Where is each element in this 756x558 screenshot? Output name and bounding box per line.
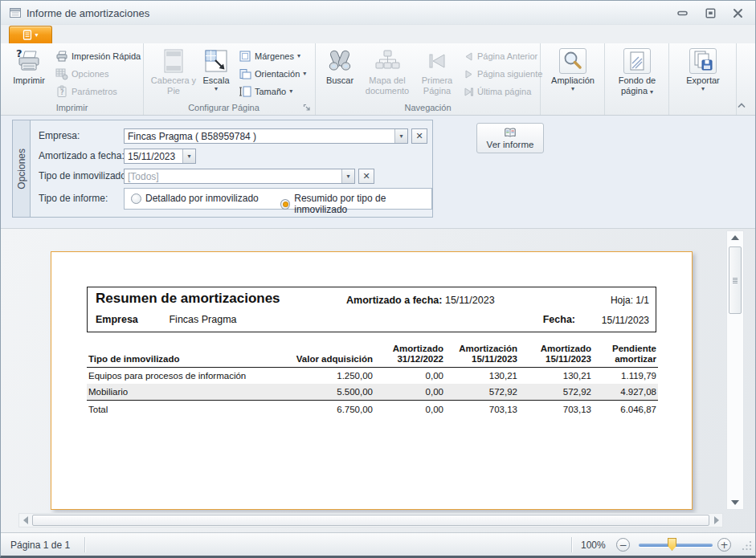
empresa-combo[interactable]: Fincas Pragma ( B58959784 ) ▾ bbox=[124, 128, 408, 144]
scroll-right-icon[interactable] bbox=[710, 514, 722, 527]
print-label: Imprimir bbox=[13, 75, 45, 85]
radio-detallado[interactable]: Detallado por inmovilizado bbox=[131, 193, 259, 204]
ribbon-group-configurar-pagina: Cabecera y Pie Escala ▾ bbox=[144, 43, 316, 115]
previous-page-label: Página Anterior bbox=[477, 51, 537, 61]
page-indicator: Página 1 de 1 bbox=[10, 540, 70, 551]
amortizado-dropdown-button[interactable]: ▾ bbox=[182, 149, 195, 163]
view-report-label: Ver informe bbox=[487, 140, 534, 149]
chevron-down-icon: ▾ bbox=[35, 31, 38, 39]
col-tipo-inmovilizado: Tipo de inmovilizado bbox=[87, 343, 292, 368]
document-menu-icon bbox=[22, 30, 32, 40]
amortization-table: Tipo de inmovilizado Valor adquisición A… bbox=[87, 343, 658, 417]
status-bar: Página 1 de 1 100% − + bbox=[1, 532, 755, 556]
scroll-up-icon[interactable] bbox=[727, 231, 743, 244]
next-page-button: Página siguiente bbox=[464, 66, 542, 82]
tipo-inmovilizado-clear-button[interactable]: ✕ bbox=[358, 169, 374, 184]
application-menu-tab[interactable]: ▾ bbox=[9, 26, 52, 43]
amortizado-date-field[interactable]: 15/11/2023 ▾ bbox=[124, 149, 196, 164]
report-type-radio-group: Detallado por inmovilizado Resumido por … bbox=[124, 188, 432, 210]
report-header-box: Resumen de amortizaciones Amortizado a f… bbox=[87, 287, 656, 332]
statusbar-separator bbox=[84, 537, 85, 552]
vertical-scrollbar[interactable] bbox=[726, 230, 744, 510]
empresa-dropdown-button[interactable]: ▾ bbox=[394, 129, 407, 143]
table-row: Mobiliario 5.500,00 0,00 572,92 572,92 4… bbox=[87, 384, 658, 401]
chevron-down-icon: ▾ bbox=[187, 153, 190, 160]
next-page-icon bbox=[464, 69, 474, 79]
table-header-row: Tipo de inmovilizado Valor adquisición A… bbox=[87, 343, 658, 368]
company-label: Empresa bbox=[96, 314, 166, 325]
minus-icon: − bbox=[619, 540, 627, 550]
tipo-inmovilizado-dropdown-button[interactable]: ▾ bbox=[341, 169, 354, 183]
radio-resumido[interactable]: Resumido por tipo de inmovilizado bbox=[280, 193, 431, 215]
header-footer-icon bbox=[150, 47, 197, 75]
report-amortized-date: Amortizado a fecha: 15/11/2023 bbox=[346, 295, 495, 306]
zoom-level-text: 100% bbox=[581, 540, 606, 551]
page-background-icon bbox=[623, 48, 651, 74]
previous-page-button: Página Anterior bbox=[464, 48, 537, 64]
zoom-button[interactable]: Ampliación ▾ bbox=[546, 47, 600, 92]
open-book-icon bbox=[504, 127, 517, 139]
radio-circle-icon bbox=[131, 193, 141, 204]
zoom-in-button[interactable]: + bbox=[717, 538, 731, 552]
collapse-ribbon-icon[interactable] bbox=[734, 100, 749, 111]
quick-print-button[interactable]: Impresión Rápida bbox=[55, 48, 141, 64]
ribbon-group-navegacion: Buscar Mapa del documento bbox=[316, 43, 541, 115]
header-footer-button: Cabecera y Pie bbox=[150, 47, 197, 96]
tipo-inmovilizado-combo[interactable]: [Todos] ▾ bbox=[124, 169, 355, 184]
close-icon[interactable] bbox=[731, 8, 744, 18]
view-report-button[interactable]: Ver informe bbox=[476, 123, 544, 153]
sheet-value: 1/1 bbox=[635, 295, 649, 306]
header-footer-label: Cabecera y Pie bbox=[151, 75, 196, 96]
document-preview-area: Resumen de amortizaciones Amortizado a f… bbox=[1, 228, 755, 532]
print-button[interactable]: ? Imprimir bbox=[6, 47, 52, 86]
first-page-icon bbox=[415, 47, 459, 75]
options-group: Opciones Empresa: Fincas Pragma ( B58959… bbox=[12, 120, 433, 218]
scroll-left-icon[interactable] bbox=[19, 514, 31, 527]
empresa-value: Fincas Pragma ( B58959784 ) bbox=[125, 129, 394, 143]
page-background-button[interactable]: Fondo de página▾ bbox=[608, 47, 666, 96]
tipo-informe-label: Tipo de informe: bbox=[39, 193, 108, 204]
ribbon-group-ampliacion: Ampliación ▾ bbox=[541, 43, 605, 115]
margins-button[interactable]: Márgenes ▾ bbox=[239, 48, 300, 64]
col-amortizado-2022: Amortizado 31/12/2022 bbox=[374, 343, 445, 368]
document-map-label: Mapa del documento bbox=[366, 75, 409, 96]
company-value: Fincas Pragma bbox=[169, 314, 236, 325]
vertical-scroll-thumb[interactable] bbox=[729, 246, 742, 314]
chevron-down-icon: ▾ bbox=[197, 86, 235, 92]
zoom-slider-thumb[interactable] bbox=[668, 538, 676, 551]
window-controls bbox=[676, 8, 744, 18]
chevron-down-icon: ▾ bbox=[546, 86, 600, 92]
chevron-down-icon: ▾ bbox=[346, 173, 349, 180]
zoom-out-button[interactable]: − bbox=[616, 538, 630, 552]
document-map-button: Mapa del documento bbox=[361, 47, 414, 96]
restore-icon[interactable] bbox=[704, 8, 717, 18]
radio-detallado-label: Detallado por inmovilizado bbox=[145, 193, 259, 204]
report-company: Empresa Fincas Pragma bbox=[96, 314, 237, 325]
app-icon bbox=[9, 6, 22, 22]
col-amortizado-2023: Amortizado 15/11/2023 bbox=[519, 343, 593, 368]
export-button[interactable]: Exportar ▾ bbox=[674, 47, 732, 92]
size-label: Tamaño bbox=[255, 87, 286, 96]
scroll-down-icon[interactable] bbox=[727, 496, 743, 509]
horizontal-scrollbar[interactable] bbox=[18, 513, 723, 527]
plus-icon: + bbox=[720, 540, 728, 550]
minimize-icon[interactable] bbox=[676, 8, 689, 18]
scale-label: Escala bbox=[202, 75, 229, 85]
magnifier-icon bbox=[559, 48, 586, 74]
horizontal-scroll-thumb[interactable] bbox=[32, 515, 709, 526]
orientation-button[interactable]: Orientación ▾ bbox=[239, 66, 306, 82]
empresa-clear-button[interactable]: ✕ bbox=[411, 128, 427, 144]
scale-button[interactable]: Escala ▾ bbox=[197, 47, 235, 92]
size-button[interactable]: Tamaño ▾ bbox=[239, 83, 292, 100]
title-bar: Informe de amortizaciones bbox=[1, 1, 755, 25]
quick-print-label: Impresión Rápida bbox=[72, 51, 141, 61]
chevron-down-icon: ▾ bbox=[399, 133, 403, 140]
scale-icon bbox=[197, 47, 235, 75]
last-page-button: Última página bbox=[464, 83, 531, 100]
search-button[interactable]: Buscar bbox=[321, 47, 359, 86]
dialog-launcher-icon[interactable] bbox=[301, 102, 312, 112]
resize-grip[interactable] bbox=[742, 540, 752, 553]
chevron-down-icon: ▾ bbox=[674, 86, 732, 92]
group-caption-configurar-pagina: Configurar Página bbox=[144, 103, 315, 112]
svg-text:?: ? bbox=[60, 89, 64, 96]
